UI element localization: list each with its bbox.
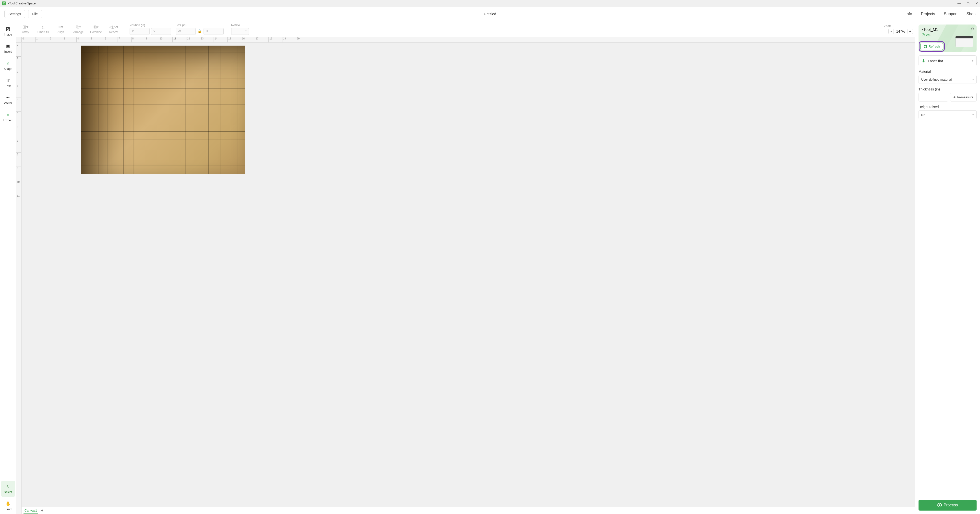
position-group: Position (in) X Y: [130, 24, 171, 35]
position-y-input[interactable]: Y: [151, 28, 171, 35]
rotate-group: Rotate °: [231, 24, 249, 35]
vector-icon: ✒: [5, 94, 11, 101]
ruler-h-tick: 4: [76, 37, 90, 42]
tool-vector[interactable]: ✒ Vector: [1, 92, 15, 108]
tool-label: Text: [5, 84, 11, 88]
mode-select[interactable]: ⬇ Laser flat ▾: [918, 55, 977, 66]
extract-icon: ⧈: [5, 112, 11, 118]
material-select[interactable]: User-defined material ▾: [918, 75, 977, 84]
size-label: Size (in): [176, 24, 224, 27]
reflect-tool[interactable]: ◁▷▾Reflect: [106, 24, 121, 34]
close-button[interactable]: ✕: [975, 2, 978, 5]
printer-illustration: [956, 36, 973, 47]
zoom-in-button[interactable]: +: [907, 29, 913, 34]
ruler-v-tick: 5: [16, 111, 21, 125]
device-settings-icon[interactable]: ⚙: [971, 27, 974, 31]
menubar: Settings File Untitled Info Projects Sup…: [0, 7, 980, 21]
nav-shop[interactable]: Shop: [967, 12, 975, 16]
ruler-v-tick: 4: [16, 97, 21, 111]
tool-label: Select: [4, 490, 12, 494]
process-button[interactable]: Process: [918, 500, 977, 511]
tool-label: Shape: [4, 67, 12, 70]
settings-button[interactable]: Settings: [5, 10, 25, 18]
ruler-h-tick: 0: [22, 37, 35, 42]
combine-tool[interactable]: ⧉▾Combine: [89, 24, 103, 34]
tool-hand[interactable]: ✋ Hand: [1, 498, 15, 514]
auto-measure-button[interactable]: Auto-measure: [950, 93, 977, 102]
arrange-tool[interactable]: ⧉▾Arrange: [71, 24, 86, 34]
zoom-group: Zoom - 147% +: [884, 24, 913, 34]
refresh-button[interactable]: Refresh: [921, 43, 943, 50]
size-h-input[interactable]: H: [204, 28, 224, 35]
zoom-out-button[interactable]: -: [888, 29, 894, 34]
ruler-v-tick: 10: [16, 180, 21, 194]
text-icon: 𝐓: [5, 77, 11, 83]
nav-projects[interactable]: Projects: [921, 12, 935, 16]
ruler-h-tick: 1: [35, 37, 49, 42]
refresh-label: Refresh: [929, 45, 940, 48]
ruler-v-tick: 8: [16, 152, 21, 166]
height-raised-select[interactable]: No ▾: [918, 110, 977, 119]
rotate-input[interactable]: °: [231, 28, 249, 35]
titlebar: X xTool Creative Space — ▢ ✕: [0, 0, 980, 7]
canvas-stage[interactable]: [22, 43, 915, 507]
nav-info[interactable]: Info: [905, 12, 912, 16]
add-canvas-button[interactable]: +: [41, 508, 44, 513]
ruler-h-tick: 15: [227, 37, 241, 42]
tool-insert[interactable]: ▣ Insert: [1, 40, 15, 56]
tool-shape[interactable]: ☆ Shape: [1, 57, 15, 73]
tool-extract[interactable]: ⧈ Extract: [1, 109, 15, 125]
top-nav: Info Projects Support Shop: [905, 12, 975, 16]
app-title: xTool Creative Space: [8, 2, 35, 5]
ruler-v-tick: 2: [16, 70, 21, 84]
minimize-button[interactable]: —: [958, 2, 961, 5]
height-raised-field: Height raised No ▾: [918, 105, 977, 119]
ruler-vertical: 01234567891011: [16, 43, 22, 514]
smartfill-tool[interactable]: ⎌Smart fill: [36, 24, 51, 34]
tool-image[interactable]: 🖼 Image: [1, 23, 15, 39]
ruler-h-tick: 18: [269, 37, 282, 42]
tool-label: Reflect: [109, 30, 118, 34]
tool-label: Extract: [3, 119, 13, 122]
size-group: Size (in) W 🔓 H: [176, 24, 224, 35]
ruler-h-tick: 20: [296, 37, 310, 42]
tool-label: Arrange: [73, 30, 84, 34]
size-w-input[interactable]: W: [176, 28, 196, 35]
ruler-corner: [16, 37, 22, 43]
thickness-input[interactable]: [918, 93, 948, 102]
zoom-label: Zoom: [884, 24, 913, 28]
ruler-h-tick: 12: [186, 37, 200, 42]
align-icon: ≡▾: [58, 24, 63, 30]
tool-label: Array: [22, 30, 29, 34]
lock-aspect-icon[interactable]: 🔓: [198, 29, 202, 33]
canvas-tab-1[interactable]: Canvas1: [24, 508, 38, 514]
ruler-h-tick: 6: [104, 37, 118, 42]
tool-label: Align: [57, 30, 64, 34]
nav-support[interactable]: Support: [944, 12, 958, 16]
main: 🖼 Image ▣ Insert ☆ Shape 𝐓 Text ✒ Vector…: [0, 21, 980, 514]
smartfill-icon: ⎌: [42, 24, 45, 30]
reflect-icon: ◁▷▾: [109, 24, 118, 30]
file-button[interactable]: File: [28, 10, 42, 18]
process-label: Process: [944, 503, 958, 508]
height-raised-value: No: [921, 113, 925, 117]
camera-icon: [924, 45, 927, 48]
tool-label: Vector: [4, 102, 12, 105]
align-tool[interactable]: ≡▾Align: [53, 24, 68, 34]
tool-select[interactable]: ↖ Select: [1, 480, 15, 497]
position-x-input[interactable]: X: [130, 28, 150, 35]
maximize-button[interactable]: ▢: [967, 2, 969, 5]
ruler-v-tick: 0: [16, 43, 21, 56]
array-tool[interactable]: ⊞▾Array: [18, 24, 33, 34]
shape-icon: ☆: [5, 60, 11, 66]
ruler-h-tick: 2: [49, 37, 63, 42]
ruler-v-tick: 7: [16, 139, 21, 152]
play-icon: [937, 503, 942, 508]
secondary-toolbar: ⊞▾Array ⎌Smart fill ≡▾Align ⧉▾Arrange ⧉▾…: [16, 21, 915, 37]
ruler-v-tick: 6: [16, 125, 21, 139]
insert-icon: ▣: [5, 43, 11, 49]
material-board: [81, 46, 245, 174]
zoom-value: 147%: [895, 29, 906, 34]
ruler-h-tick: 7: [118, 37, 131, 42]
tool-text[interactable]: 𝐓 Text: [1, 75, 15, 91]
